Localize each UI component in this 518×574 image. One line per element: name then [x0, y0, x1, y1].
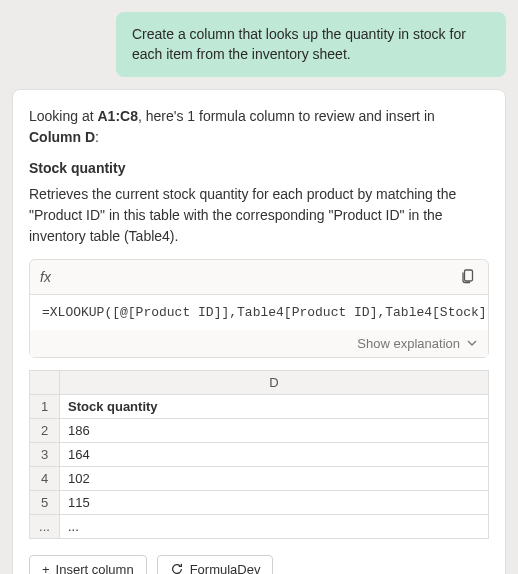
intro-range: A1:C8 [98, 108, 138, 124]
row-number: 1 [30, 394, 60, 418]
intro-prefix: Looking at [29, 108, 98, 124]
preview-table: D 1Stock quantity2186316441025115...... [29, 370, 489, 539]
row-number: ... [30, 514, 60, 538]
intro-line: Looking at A1:C8, here's 1 formula colum… [29, 106, 489, 148]
table-row: 1Stock quantity [30, 394, 489, 418]
table-row: 2186 [30, 418, 489, 442]
svg-rect-0 [465, 270, 473, 281]
action-row: + Insert column FormulaDev [29, 555, 489, 574]
assistant-response-card: Looking at A1:C8, here's 1 formula colum… [12, 89, 506, 574]
row-number: 5 [30, 490, 60, 514]
formula-title: Stock quantity [29, 160, 489, 176]
plus-icon: + [42, 563, 50, 574]
intro-mid: , here's 1 formula column to review and … [138, 108, 435, 124]
formuladev-button[interactable]: FormulaDev [157, 555, 274, 574]
table-corner [30, 370, 60, 394]
cell-value: 115 [60, 490, 489, 514]
user-message-bubble: Create a column that looks up the quanti… [116, 12, 506, 77]
user-message-text: Create a column that looks up the quanti… [132, 26, 466, 62]
column-letter: D [60, 370, 489, 394]
row-number: 4 [30, 466, 60, 490]
cell-value: ... [60, 514, 489, 538]
copy-icon[interactable] [460, 268, 478, 286]
cell-value: 164 [60, 442, 489, 466]
chevron-down-icon[interactable] [466, 337, 478, 349]
cell-value: 186 [60, 418, 489, 442]
cell-value: 102 [60, 466, 489, 490]
formula-footer: Show explanation [30, 330, 488, 357]
row-number: 2 [30, 418, 60, 442]
formula-description: Retrieves the current stock quantity for… [29, 184, 489, 247]
formula-text[interactable]: =XLOOKUP([@[Product ID]],Table4[Product … [30, 295, 488, 330]
table-row: 5115 [30, 490, 489, 514]
fx-label: fx [40, 269, 51, 285]
intro-column: Column D [29, 129, 95, 145]
insert-column-label: Insert column [56, 562, 134, 574]
table-row: ...... [30, 514, 489, 538]
user-message-row: Create a column that looks up the quanti… [12, 12, 506, 77]
intro-suffix: : [95, 129, 99, 145]
insert-column-button[interactable]: + Insert column [29, 555, 147, 574]
formula-header: fx [30, 260, 488, 295]
table-row: 3164 [30, 442, 489, 466]
show-explanation-button[interactable]: Show explanation [357, 336, 460, 351]
table-row: 4102 [30, 466, 489, 490]
formuladev-label: FormulaDev [190, 562, 261, 574]
formula-block: fx =XLOOKUP([@[Product ID]],Table4[Produ… [29, 259, 489, 358]
row-number: 3 [30, 442, 60, 466]
cell-value: Stock quantity [60, 394, 489, 418]
refresh-icon [170, 562, 184, 574]
